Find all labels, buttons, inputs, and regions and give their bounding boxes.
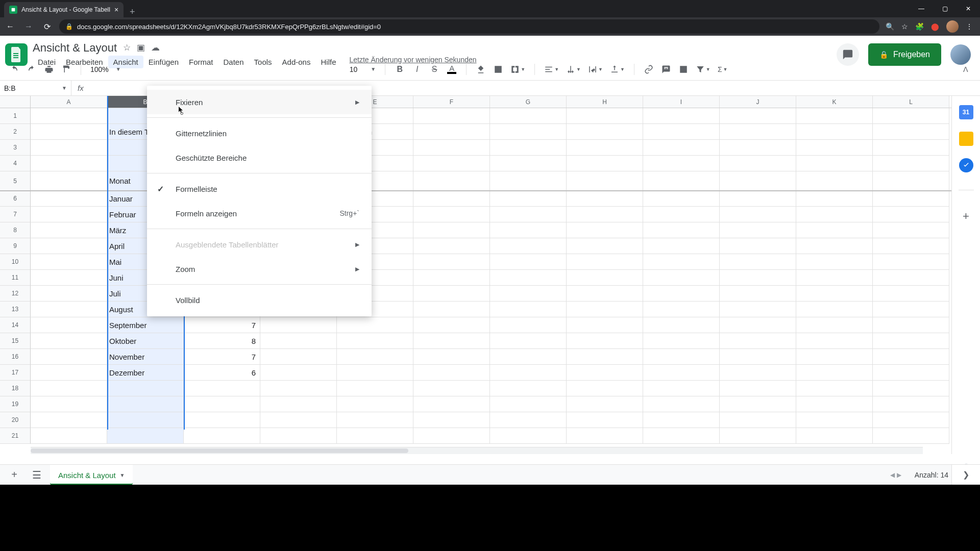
zoom-icon[interactable]: 🔍 [886, 22, 894, 31]
cell[interactable] [873, 302, 949, 317]
cell[interactable] [413, 428, 490, 444]
cell[interactable] [490, 124, 567, 140]
browser-tab[interactable]: Ansicht & Layout - Google Tabell × [4, 2, 124, 17]
sheet-tab-active[interactable]: Ansicht & Layout ▼ [50, 465, 133, 485]
account-avatar[interactable] [950, 44, 971, 65]
star-outline-icon[interactable]: ☆ [123, 42, 131, 53]
insert-comment-button[interactable] [661, 63, 671, 76]
print-button[interactable] [44, 63, 54, 76]
cell[interactable] [567, 349, 643, 365]
cell[interactable] [643, 286, 720, 302]
cell[interactable] [796, 365, 873, 381]
cell[interactable] [720, 365, 796, 381]
cell[interactable] [643, 428, 720, 444]
maximize-button[interactable]: ▢ [933, 0, 957, 17]
move-icon[interactable]: ▣ [137, 42, 145, 53]
chevron-down-icon[interactable]: ▼ [116, 66, 121, 72]
row-header[interactable]: 20 [0, 412, 31, 428]
column-header-H[interactable]: H [567, 96, 643, 108]
cell[interactable] [413, 207, 490, 222]
menu-item-fullscreen[interactable]: Vollbild [147, 288, 372, 312]
cell[interactable] [720, 302, 796, 317]
name-box[interactable]: B:B ▼ [0, 81, 71, 95]
cloud-saved-icon[interactable]: ☁ [151, 42, 160, 53]
cell[interactable] [643, 156, 720, 171]
cell[interactable]: Oktober [107, 333, 184, 349]
redo-button[interactable] [27, 63, 37, 76]
scrollbar-thumb[interactable] [31, 448, 408, 453]
cell[interactable] [796, 156, 873, 171]
cell[interactable] [720, 124, 796, 140]
cell[interactable] [567, 222, 643, 238]
cell[interactable] [31, 140, 107, 156]
row-header[interactable]: 1 [0, 108, 31, 124]
menu-item-formula-bar[interactable]: ✓ Formelleiste [147, 177, 372, 201]
cell[interactable] [260, 412, 337, 428]
cell[interactable] [873, 207, 949, 222]
cell[interactable]: September [107, 317, 184, 333]
cell[interactable] [720, 286, 796, 302]
selection-count[interactable]: Anzahl: 14 [915, 471, 948, 479]
cell[interactable] [337, 428, 413, 444]
cell[interactable] [413, 171, 490, 191]
menu-item-zoom[interactable]: Zoom ▶ [147, 257, 372, 281]
cell[interactable] [796, 238, 873, 254]
cell[interactable] [490, 317, 567, 333]
row-header[interactable]: 9 [0, 238, 31, 254]
cell[interactable] [184, 412, 260, 428]
cell[interactable] [31, 270, 107, 286]
cell[interactable] [643, 238, 720, 254]
cell[interactable] [31, 238, 107, 254]
cell[interactable] [796, 207, 873, 222]
collapse-toolbar-button[interactable]: ᐱ [961, 63, 971, 76]
cell[interactable] [31, 171, 107, 191]
cell[interactable] [720, 171, 796, 191]
cell[interactable] [643, 270, 720, 286]
cell[interactable] [413, 270, 490, 286]
cell[interactable] [873, 191, 949, 207]
cell[interactable] [490, 222, 567, 238]
menu-ansicht[interactable]: Ansicht [108, 56, 143, 68]
insert-chart-button[interactable] [678, 63, 689, 76]
cell[interactable] [873, 108, 949, 124]
cell[interactable] [31, 349, 107, 365]
cell[interactable] [31, 428, 107, 444]
cell[interactable] [567, 156, 643, 171]
cell[interactable] [643, 124, 720, 140]
cell[interactable] [720, 396, 796, 412]
cell[interactable] [413, 191, 490, 207]
cell[interactable] [643, 412, 720, 428]
row-header[interactable]: 7 [0, 207, 31, 222]
add-sheet-button[interactable]: + [5, 466, 23, 484]
cell[interactable] [567, 381, 643, 396]
cell[interactable] [796, 317, 873, 333]
row-header[interactable]: 5 [0, 171, 31, 191]
row-header[interactable]: 6 [0, 191, 31, 207]
cell[interactable] [260, 333, 337, 349]
cell[interactable] [873, 286, 949, 302]
cell[interactable] [567, 191, 643, 207]
cell[interactable] [643, 191, 720, 207]
menu-item-freeze[interactable]: Fixieren ▶ [147, 90, 372, 114]
cell[interactable] [260, 317, 337, 333]
cell[interactable] [567, 207, 643, 222]
horizontal-scrollbar[interactable] [31, 447, 923, 454]
cell[interactable] [184, 396, 260, 412]
cell[interactable] [643, 108, 720, 124]
row-header[interactable]: 10 [0, 254, 31, 270]
menu-item-protected-ranges[interactable]: Geschützte Bereiche [147, 145, 372, 170]
cell[interactable] [31, 207, 107, 222]
tasks-icon[interactable] [959, 158, 973, 172]
cell[interactable] [413, 238, 490, 254]
cell[interactable] [260, 428, 337, 444]
cell[interactable] [31, 396, 107, 412]
cell[interactable] [567, 270, 643, 286]
row-header[interactable]: 18 [0, 381, 31, 396]
cell[interactable] [643, 349, 720, 365]
cell[interactable] [873, 270, 949, 286]
minimize-button[interactable]: — [910, 0, 933, 17]
cell[interactable] [873, 412, 949, 428]
cell[interactable] [337, 349, 413, 365]
cell[interactable] [567, 124, 643, 140]
cell[interactable] [643, 333, 720, 349]
